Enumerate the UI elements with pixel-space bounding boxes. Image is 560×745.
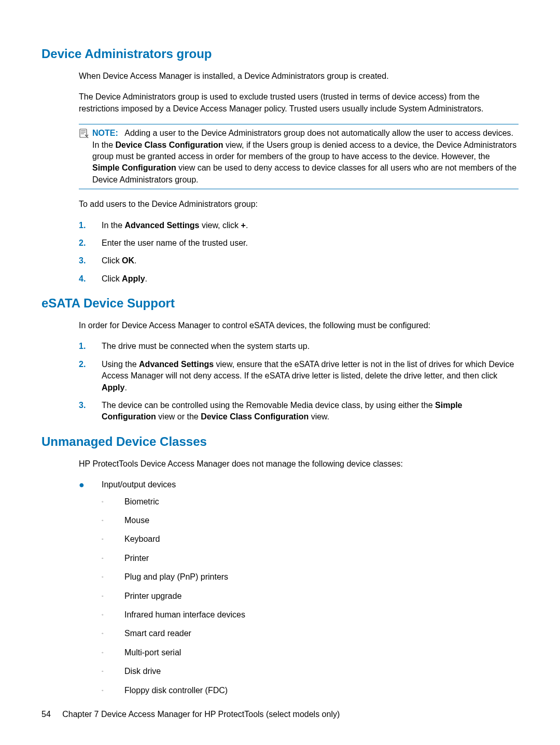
text-bold: + [241, 221, 246, 230]
step-item: 4. Click Apply. [79, 273, 519, 285]
sub-bullet-text: Floppy disk controller (FDC) [124, 685, 228, 696]
sub-bullet-item: ◦Multi-port serial [102, 647, 519, 658]
sub-bullet-item: ◦Disk drive [102, 666, 519, 677]
sub-bullet-text: Multi-port serial [124, 647, 181, 658]
step-body: Enter the user name of the trusted user. [102, 237, 519, 249]
sub-bullet-icon: ◦ [102, 515, 124, 526]
step-item: 3. Click OK. [79, 255, 519, 266]
step-item: 2. Enter the user name of the trusted us… [79, 237, 519, 249]
steps-list: 1. In the Advanced Settings view, click … [79, 220, 519, 285]
step-body: Using the Advanced Settings view, ensure… [102, 359, 519, 393]
text-fragment: view or the [156, 412, 201, 421]
footer-chapter: Chapter 7 Device Access Manager for HP P… [62, 710, 340, 719]
sub-bullet-icon: ◦ [102, 609, 124, 621]
text-fragment: The device can be controlled using the R… [102, 401, 435, 410]
sub-bullet-icon: ◦ [102, 666, 124, 677]
text-fragment: . [246, 221, 248, 230]
sub-bullet-icon: ◦ [102, 591, 124, 602]
text-fragment: Using the [102, 360, 139, 369]
step-item: 2. Using the Advanced Settings view, ens… [79, 359, 519, 393]
sub-bullet-item: ◦Smart card reader [102, 628, 519, 639]
section1-body: When Device Access Manager is installed,… [79, 71, 519, 285]
step-body: In the Advanced Settings view, click +. [102, 220, 519, 231]
sub-bullet-text: Plug and play (PnP) printers [124, 571, 228, 583]
sub-bullet-item: ◦Biometric [102, 496, 519, 508]
sub-bullet-item: ◦Infrared human interface devices [102, 609, 519, 621]
sub-bullet-text: Disk drive [124, 666, 161, 677]
sub-bullet-icon: ◦ [102, 533, 124, 545]
step-body: The drive must be connected when the sys… [102, 341, 519, 352]
page-number: 54 [41, 710, 51, 719]
section3-body: HP ProtectTools Device Access Manager do… [79, 458, 519, 704]
para: When Device Access Manager is installed,… [79, 71, 519, 82]
text-bold: Advanced Settings [124, 221, 199, 230]
sub-bullet-icon: ◦ [102, 496, 124, 508]
step-number: 4. [79, 273, 102, 285]
step-item: 3. The device can be controlled using th… [79, 400, 519, 423]
note-bold: Device Class Configuration [115, 140, 223, 149]
sub-bullet-text: Printer upgrade [124, 591, 181, 602]
text-bold: Device Class Configuration [201, 412, 309, 421]
text-fragment: Click [102, 274, 122, 283]
bullet-text: Input/output devices [102, 480, 176, 489]
text-bold: Apply [122, 274, 145, 283]
text-bold: Advanced Settings [139, 360, 214, 369]
text-fragment: Click [102, 256, 122, 265]
sub-bullet-item: ◦Floppy disk controller (FDC) [102, 685, 519, 696]
step-body: The device can be controlled using the R… [102, 400, 519, 423]
note-bold: Simple Configuration [92, 163, 176, 172]
step-number: 2. [79, 237, 102, 249]
sub-bullet-item: ◦Keyboard [102, 533, 519, 545]
note-icon [79, 128, 92, 186]
sub-bullet-icon: ◦ [102, 647, 124, 658]
bullet-icon: ● [79, 479, 102, 704]
sub-bullet-text: Smart card reader [124, 628, 191, 639]
note-label: NOTE: [92, 129, 118, 137]
sub-bullet-text: Keyboard [124, 533, 160, 545]
note-box: NOTE: Adding a user to the Device Admini… [79, 124, 519, 189]
text-fragment: view. [309, 412, 329, 421]
document-page: Device Administrators group When Device … [0, 0, 560, 745]
page-footer: 54 Chapter 7 Device Access Manager for H… [41, 710, 340, 719]
step-number: 3. [79, 400, 102, 423]
sub-bullet-item: ◦Plug and play (PnP) printers [102, 571, 519, 583]
text-fragment: . [134, 256, 136, 265]
heading-device-admin-group: Device Administrators group [41, 47, 519, 61]
bullet-item: ● Input/output devices ◦Biometric ◦Mouse… [79, 479, 519, 704]
step-number: 1. [79, 220, 102, 231]
sub-bullet-list: ◦Biometric ◦Mouse ◦Keyboard ◦Printer ◦Pl… [102, 496, 519, 696]
bullet-body: Input/output devices ◦Biometric ◦Mouse ◦… [102, 479, 519, 704]
text-fragment: In the [102, 221, 124, 230]
sub-bullet-icon: ◦ [102, 571, 124, 583]
sub-bullet-item: ◦Printer upgrade [102, 591, 519, 602]
step-item: 1. In the Advanced Settings view, click … [79, 220, 519, 231]
step-body: Click OK. [102, 255, 519, 266]
sub-bullet-icon: ◦ [102, 628, 124, 639]
text-fragment: view, click [200, 221, 241, 230]
para: The Device Administrators group is used … [79, 91, 519, 115]
step-number: 3. [79, 255, 102, 266]
text-fragment: . [145, 274, 147, 283]
sub-bullet-item: ◦Printer [102, 553, 519, 564]
step-number: 2. [79, 359, 102, 393]
step-number: 1. [79, 341, 102, 352]
heading-esata-support: eSATA Device Support [41, 296, 519, 311]
heading-unmanaged-classes: Unmanaged Device Classes [41, 434, 519, 449]
step-item: 1. The drive must be connected when the … [79, 341, 519, 352]
steps-list: 1. The drive must be connected when the … [79, 341, 519, 423]
para: HP ProtectTools Device Access Manager do… [79, 458, 519, 470]
para: In order for Device Access Manager to co… [79, 320, 519, 331]
sub-bullet-text: Mouse [124, 515, 149, 526]
bullet-list: ● Input/output devices ◦Biometric ◦Mouse… [79, 479, 519, 704]
sub-bullet-text: Biometric [124, 496, 159, 508]
sub-bullet-text: Printer [124, 553, 149, 564]
text-fragment: . [124, 383, 127, 392]
sub-bullet-icon: ◦ [102, 553, 124, 564]
text-bold: Apply [102, 383, 124, 392]
step-body: Click Apply. [102, 273, 519, 285]
sub-bullet-item: ◦Mouse [102, 515, 519, 526]
sub-bullet-text: Infrared human interface devices [124, 609, 245, 621]
section2-body: In order for Device Access Manager to co… [79, 320, 519, 423]
text-bold: OK [122, 256, 134, 265]
svg-rect-0 [80, 129, 87, 137]
